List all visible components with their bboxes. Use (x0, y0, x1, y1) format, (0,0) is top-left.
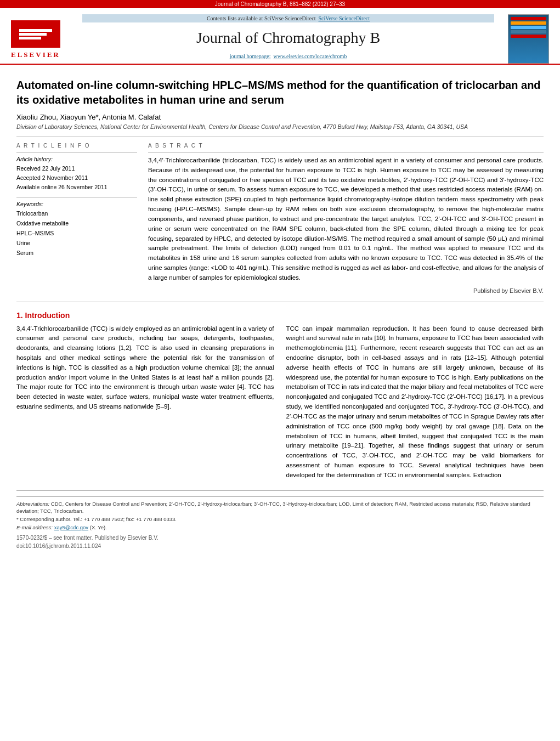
issn-line: 1570-0232/$ – see front matter. Publishe… (16, 535, 544, 541)
red-bar: Journal of Chromatography B, 881–882 (20… (0, 0, 560, 8)
email-label: E-mail address: (16, 524, 53, 530)
divider1 (16, 137, 544, 137)
abbrev-label: Abbreviations: (16, 501, 49, 507)
keyword-2: Oxidative metabolite (16, 219, 137, 229)
footnotes-area: Abbreviations: CDC, Centers for Disease … (16, 496, 544, 531)
cover-fill (511, 39, 546, 61)
keywords-block: Keywords: Triclocarban Oxidative metabol… (16, 201, 137, 258)
keyword-4: Urine (16, 239, 137, 248)
email-suffix: (X. Ye). (90, 524, 107, 530)
section1-col2: TCC can impair mammalian reproduction. I… (286, 324, 544, 480)
cover-stripe-white (511, 30, 546, 33)
cover-stripe-red (511, 17, 546, 20)
cover-stripe-red2 (511, 35, 546, 38)
article-info-col: A R T I C L E I N F O Article history: R… (16, 143, 137, 294)
published-by: Published by Elsevier B.V. (148, 287, 544, 294)
abbrev-text: CDC, Centers for Disease Control and Pre… (16, 501, 530, 514)
available-date: Available online 26 November 2011 (16, 183, 137, 192)
sciverse-text: Contents lists available at SciVerse Sci… (207, 15, 316, 21)
email-note: E-mail address: xay5@cdc.gov (X. Ye). (16, 524, 544, 531)
keyword-5: Serum (16, 248, 137, 258)
author-names: Xiaoliu Zhou, Xiaoyun Ye*, Antonia M. Ca… (16, 113, 161, 121)
journal-homepage: journal homepage: www.elsevier.com/locat… (230, 53, 347, 59)
divider2 (16, 302, 544, 302)
history-label: Article history: (16, 156, 137, 162)
sciverse-bar: Contents lists available at SciVerse Sci… (82, 14, 494, 22)
corresponding-note: * Corresponding author. Tel.: +1 770 488… (16, 516, 544, 523)
keyword-3: HPLC–MS/MS (16, 229, 137, 239)
stripe1 (19, 29, 52, 32)
divider-kw (16, 197, 137, 197)
section1-cols: 3,4,4′-Trichlorocarbanilide (TCC) is wid… (16, 324, 544, 480)
abstract-col: A B S T R A C T 3,4,4′-Trichlorocarbanil… (148, 143, 544, 294)
elsevier-logo: ELSEVIER (11, 12, 77, 64)
keywords-label: Keywords: (16, 201, 137, 207)
cover-stripe-yellow (511, 21, 546, 25)
article-history: Article history: Received 22 July 2011 A… (16, 156, 137, 191)
article-title: Automated on-line column-switching HPLC–… (16, 78, 544, 108)
affiliation: Division of Laboratory Sciences, Nationa… (16, 123, 544, 130)
stripe3 (19, 37, 41, 39)
keyword-1: Triclocarban (16, 209, 137, 219)
corresponding-label: * Corresponding author. (16, 516, 71, 522)
accepted-date: Accepted 2 November 2011 (16, 173, 137, 183)
homepage-url[interactable]: www.elsevier.com/locate/chromb (273, 53, 347, 59)
divider-info (16, 152, 137, 152)
doi-line: doi:10.1016/j.jchromb.2011.11.024 (16, 543, 544, 549)
section1-col1: 3,4,4′-Trichlorocarbanilide (TCC) is wid… (16, 324, 274, 480)
abstract-label: A B S T R A C T (148, 143, 544, 149)
sciverse-link[interactable]: SciVerse ScienceDirect (318, 15, 370, 21)
elsevier-label: ELSEVIER (11, 50, 77, 59)
abstract-text: 3,4,4′-Trichlorocarbanilide (triclocarba… (148, 156, 544, 283)
info-abstract-layout: A R T I C L E I N F O Article history: R… (16, 143, 544, 294)
journal-right-logo (500, 12, 549, 64)
article-info-label: A R T I C L E I N F O (16, 143, 137, 149)
journal-center: Contents lists available at SciVerse Sci… (77, 12, 500, 64)
tel-text: Tel.: +1 770 488 7502; fax: +1 770 488 0… (73, 516, 177, 522)
email-address[interactable]: xay5@cdc.gov (54, 524, 88, 530)
abbreviations: Abbreviations: CDC, Centers for Disease … (16, 500, 544, 515)
content-area: Automated on-line column-switching HPLC–… (0, 65, 560, 560)
divider-footnote (16, 490, 544, 491)
cover-stripe-blue (511, 26, 546, 29)
logo-box (11, 20, 60, 48)
journal-title: Journal of Chromatography B (196, 29, 380, 47)
red-bar-text: Journal of Chromatography B, 881–882 (20… (215, 1, 345, 7)
logo-stripes (19, 29, 52, 39)
journal-header: Journal of Chromatography B, 881–882 (20… (0, 0, 560, 65)
section1: 1. Introduction 3,4,4′-Trichlorocarbanil… (16, 311, 544, 480)
authors: Xiaoliu Zhou, Xiaoyun Ye*, Antonia M. Ca… (16, 113, 544, 121)
section1-heading: 1. Introduction (16, 311, 544, 320)
received-date: Received 22 July 2011 (16, 164, 137, 173)
divider-abstract (148, 152, 544, 152)
stripe2 (19, 33, 47, 36)
homepage-label: journal homepage: (230, 53, 271, 59)
journal-cover (508, 14, 549, 64)
